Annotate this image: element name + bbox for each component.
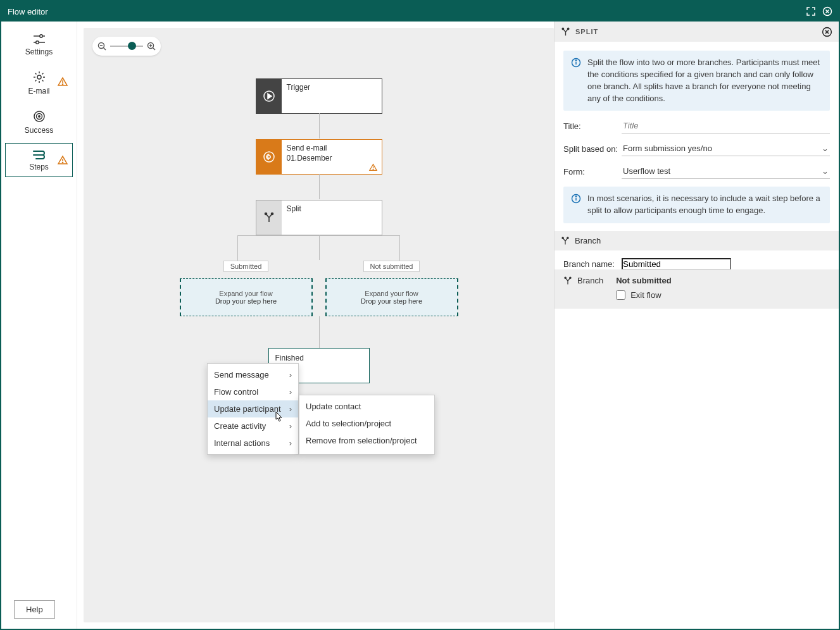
dropzone-not-submitted[interactable]: Expand your flow Drop your step here: [325, 278, 458, 316]
target-icon: [32, 109, 46, 123]
ctx-item-update-participant[interactable]: Update participant›: [208, 400, 298, 417]
branch-header-1: Branch: [555, 231, 839, 250]
properties-panel: SPLIT Split the flow into two or more br…: [554, 22, 839, 629]
info-box-description: Split the flow into two or more branches…: [563, 51, 830, 111]
chevron-down-icon: ⌄: [822, 166, 829, 176]
svg-point-4: [35, 41, 39, 44]
svg-point-12: [62, 162, 63, 163]
split-based-select[interactable]: Form submission yes/no⌄: [622, 141, 830, 156]
title-label: Title:: [563, 121, 618, 131]
split-icon: [563, 276, 572, 285]
branch-name-label: Branch name:: [563, 259, 618, 269]
node-title: Send e-mail: [287, 144, 377, 154]
dropzone-submitted[interactable]: Expand your flow Drop your step here: [180, 278, 313, 316]
node-split[interactable]: Split: [256, 200, 382, 235]
split-branches: Submitted Expand your flow Drop your ste…: [173, 261, 465, 316]
sidebar-item-label: E-mail: [28, 87, 49, 96]
svg-point-10: [38, 116, 39, 117]
window-title: Flow editor: [8, 7, 48, 16]
info-box-wait: In most scenarios, it is necessary to in…: [563, 187, 830, 223]
svg-point-7: [62, 83, 63, 84]
split-icon: [256, 201, 282, 235]
sidebar-item-email[interactable]: E-mail: [5, 65, 73, 101]
sliders-icon: [32, 34, 46, 45]
node-subtitle: 01.Desember: [287, 154, 377, 164]
sidebar-item-label: Success: [25, 126, 53, 135]
svg-point-24: [373, 169, 373, 170]
flow-canvas[interactable]: Trigger Send e-mail 01.Desember: [84, 28, 554, 622]
sidebar-item-label: Steps: [29, 163, 49, 171]
svg-point-36: [562, 237, 563, 238]
help-button[interactable]: Help: [14, 600, 55, 619]
fullscreen-icon[interactable]: [806, 6, 816, 16]
svg-point-28: [567, 28, 569, 30]
window-header: Flow editor: [1, 1, 839, 22]
svg-point-35: [575, 196, 576, 197]
svg-line-14: [104, 48, 106, 51]
warning-icon: [368, 163, 378, 171]
title-input[interactable]: [622, 118, 830, 133]
steps-icon: [32, 149, 47, 160]
sidebar: Settings E-mail Success: [1, 22, 77, 629]
sidebar-item-steps[interactable]: Steps: [5, 143, 73, 177]
panel-title: SPLIT: [575, 28, 598, 35]
chevron-down-icon: ⌄: [822, 144, 829, 153]
info-icon: [571, 58, 581, 104]
email-icon: [256, 140, 282, 174]
ctx-sub-update-contact[interactable]: Update contact: [299, 398, 434, 415]
sidebar-item-settings[interactable]: Settings: [5, 28, 73, 62]
zoom-control[interactable]: [92, 37, 161, 56]
info-icon: [571, 194, 581, 217]
exit-flow-checkbox[interactable]: [616, 290, 625, 300]
close-icon[interactable]: [822, 6, 832, 16]
svg-point-37: [567, 237, 568, 238]
svg-point-26: [271, 213, 273, 215]
info-text: Split the flow into two or more branches…: [587, 57, 822, 104]
ctx-item-internal-actions[interactable]: Internal actions›: [208, 435, 298, 452]
gear-icon: [32, 70, 46, 84]
split-based-label: Split based on:: [563, 144, 618, 154]
svg-point-5: [37, 75, 41, 79]
panel-close-icon[interactable]: [822, 27, 832, 37]
info-text: In most scenarios, it is necessary to in…: [587, 193, 822, 217]
dropzone-text1: Expand your flow: [219, 290, 272, 297]
node-trigger[interactable]: Trigger: [256, 78, 382, 114]
ctx-item-flow-control[interactable]: Flow control›: [208, 383, 298, 400]
svg-point-32: [575, 60, 576, 61]
dropzone-text2: Drop your step here: [215, 297, 277, 305]
context-menu: Send message› Flow control› Update parti…: [207, 363, 299, 455]
context-submenu: Update contact Add to selection/project …: [299, 395, 435, 455]
branch2-name: Not submitted: [616, 276, 671, 285]
ctx-sub-add-selection[interactable]: Add to selection/project: [299, 415, 434, 432]
exit-flow-label: Exit flow: [630, 290, 661, 300]
svg-point-3: [39, 35, 42, 38]
ctx-item-create-activity[interactable]: Create activity›: [208, 417, 298, 435]
svg-line-17: [153, 48, 156, 51]
branch-block-not-submitted: Branch Not submitted Exit flow: [555, 269, 839, 309]
split-icon: [561, 237, 570, 245]
form-select[interactable]: Userflow test⌄: [622, 164, 830, 179]
node-title: Trigger: [287, 83, 377, 93]
branch-name-input[interactable]: [622, 258, 731, 269]
split-icon: [561, 27, 570, 37]
branch-label-submitted: Submitted: [223, 261, 269, 272]
ctx-item-send-message[interactable]: Send message›: [208, 366, 298, 383]
zoom-out-icon[interactable]: [97, 42, 106, 51]
warning-icon: [57, 155, 68, 165]
warning-icon: [57, 77, 68, 87]
node-send-email[interactable]: Send e-mail 01.Desember: [256, 139, 382, 175]
form-label: Form:: [563, 167, 618, 176]
dropzone-text1: Expand your flow: [365, 290, 418, 297]
svg-point-39: [570, 277, 571, 278]
svg-point-38: [565, 277, 566, 278]
zoom-slider[interactable]: [110, 46, 143, 47]
ctx-sub-remove-selection[interactable]: Remove from selection/project: [299, 432, 434, 449]
zoom-in-icon[interactable]: [147, 42, 156, 51]
branch-label-not-submitted: Not submitted: [363, 261, 420, 272]
dropzone-text2: Drop your step here: [361, 297, 422, 305]
svg-point-27: [562, 28, 564, 30]
svg-point-22: [267, 156, 270, 158]
node-title: Split: [287, 204, 377, 214]
svg-point-25: [265, 213, 266, 215]
sidebar-item-success[interactable]: Success: [5, 104, 73, 140]
